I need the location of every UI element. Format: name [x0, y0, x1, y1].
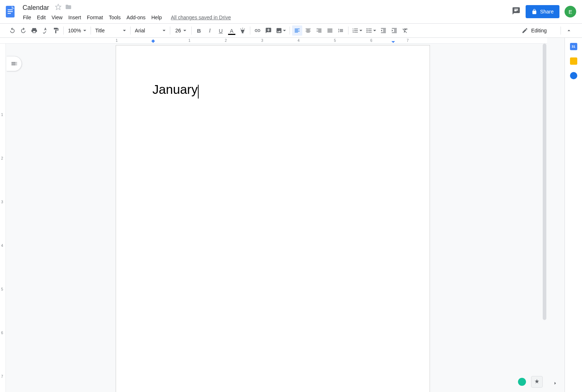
workspace: 1 1 2 3 4 5 6 7 1 2 3 4 5 6 7 January — [0, 38, 582, 392]
text-cursor — [198, 85, 199, 99]
vertical-scrollbar[interactable] — [542, 44, 547, 392]
scrollbar-thumb[interactable] — [543, 44, 546, 320]
align-justify-button[interactable] — [325, 25, 335, 36]
bold-button[interactable]: B — [194, 25, 204, 36]
svg-rect-3 — [8, 13, 11, 14]
page[interactable]: January — [116, 45, 430, 392]
insert-comment-button[interactable] — [263, 25, 274, 36]
svg-point-6 — [366, 30, 367, 31]
pencil-icon — [522, 27, 528, 34]
svg-rect-1 — [8, 9, 13, 10]
highlight-button[interactable] — [238, 25, 248, 36]
header-right: Share E — [512, 5, 576, 18]
font-dropdown[interactable]: Arial — [133, 25, 168, 36]
font-size-value: 26 — [175, 28, 181, 33]
svg-rect-2 — [8, 11, 13, 12]
star-icon[interactable] — [55, 4, 61, 12]
increase-indent-button[interactable] — [389, 25, 399, 36]
document-title-text[interactable]: January — [152, 82, 198, 97]
italic-button[interactable]: I — [205, 25, 215, 36]
vertical-ruler[interactable]: 1 2 3 4 5 6 7 — [0, 44, 6, 392]
zoom-value: 100% — [68, 28, 81, 33]
insert-image-button[interactable] — [274, 25, 287, 36]
decrease-indent-button[interactable] — [378, 25, 388, 36]
ruler-tick: 4 — [298, 39, 300, 43]
document-area: 1 1 2 3 4 5 6 7 1 2 3 4 5 6 7 January — [0, 38, 565, 392]
right-indent-marker[interactable] — [391, 41, 395, 45]
menu-file[interactable]: File — [20, 13, 34, 22]
left-indent-marker[interactable] — [151, 41, 155, 45]
app-header: Calendar File Edit View Insert Format To… — [0, 0, 582, 23]
collapse-toolbar-button[interactable] — [563, 25, 575, 36]
share-button[interactable]: Share — [526, 5, 559, 18]
text-color-button[interactable]: A — [227, 25, 237, 36]
align-right-button[interactable] — [314, 25, 324, 36]
font-size-dropdown[interactable]: 26 — [172, 25, 189, 36]
first-line-indent-marker[interactable] — [151, 38, 155, 41]
toolbar-separator — [130, 27, 131, 35]
bottom-icons — [518, 376, 543, 388]
toolbar-separator — [561, 27, 561, 35]
toolbar-separator — [250, 27, 250, 35]
save-status[interactable]: All changes saved in Drive — [169, 13, 233, 22]
ruler-tick: 1 — [116, 39, 118, 43]
underline-button[interactable]: U — [216, 25, 226, 36]
ruler-tick: 4 — [1, 244, 3, 248]
redo-button[interactable] — [18, 25, 28, 36]
align-left-button[interactable] — [292, 25, 302, 36]
ruler-tick: 1 — [1, 113, 3, 117]
ruler-tick: 1 — [188, 39, 191, 43]
comments-icon[interactable] — [512, 7, 521, 17]
svg-marker-4 — [56, 4, 61, 10]
horizontal-ruler[interactable]: 1 1 2 3 4 5 6 7 — [0, 38, 547, 44]
move-folder-icon[interactable] — [65, 4, 72, 12]
toolbar-separator — [290, 27, 290, 35]
docs-logo[interactable] — [3, 4, 17, 19]
mode-label: Editing — [531, 28, 547, 33]
calendar-addon-icon[interactable] — [570, 43, 577, 50]
show-side-panel-button[interactable] — [551, 379, 559, 388]
print-button[interactable] — [29, 25, 39, 36]
numbered-list-button[interactable] — [351, 25, 364, 36]
ruler-tick: 5 — [1, 287, 3, 291]
menu-help[interactable]: Help — [149, 13, 164, 22]
title-area: Calendar File Edit View Insert Format To… — [20, 3, 512, 22]
align-center-button[interactable] — [303, 25, 313, 36]
ruler-tick: 2 — [1, 156, 3, 160]
toolbar-separator — [63, 27, 64, 35]
grammarly-icon[interactable] — [518, 378, 526, 386]
document-outline-button[interactable] — [7, 56, 22, 71]
undo-button[interactable] — [7, 25, 17, 36]
menu-addons[interactable]: Add-ons — [124, 13, 148, 22]
side-panel — [565, 38, 582, 392]
doc-title[interactable]: Calendar — [20, 3, 51, 12]
toolbar-separator — [91, 27, 91, 35]
menu-insert[interactable]: Insert — [66, 13, 84, 22]
styles-dropdown[interactable]: Title — [93, 25, 128, 36]
ruler-tick: 5 — [334, 39, 336, 43]
font-value: Arial — [135, 28, 145, 33]
menu-format[interactable]: Format — [84, 13, 105, 22]
styles-value: Title — [95, 28, 105, 33]
ruler-tick: 6 — [370, 39, 372, 43]
insert-link-button[interactable] — [252, 25, 263, 36]
explore-button[interactable] — [531, 376, 543, 388]
zoom-dropdown[interactable]: 100% — [66, 25, 88, 36]
account-avatar[interactable]: E — [565, 6, 576, 17]
clear-formatting-button[interactable] — [400, 25, 410, 36]
paint-format-button[interactable] — [51, 25, 61, 36]
page-content[interactable]: January — [116, 45, 430, 133]
menu-tools[interactable]: Tools — [106, 13, 123, 22]
menu-edit[interactable]: Edit — [35, 13, 48, 22]
keep-addon-icon[interactable] — [570, 57, 577, 65]
bulleted-list-button[interactable] — [364, 25, 378, 36]
menu-view[interactable]: View — [49, 13, 65, 22]
svg-point-7 — [366, 32, 367, 33]
spellcheck-button[interactable] — [40, 25, 50, 36]
tasks-addon-icon[interactable] — [570, 72, 577, 79]
editing-mode-dropdown[interactable]: Editing — [518, 25, 558, 36]
line-spacing-button[interactable] — [336, 25, 346, 36]
share-label: Share — [540, 9, 554, 15]
ruler-tick: 3 — [1, 200, 3, 204]
toolbar-separator — [191, 27, 192, 35]
